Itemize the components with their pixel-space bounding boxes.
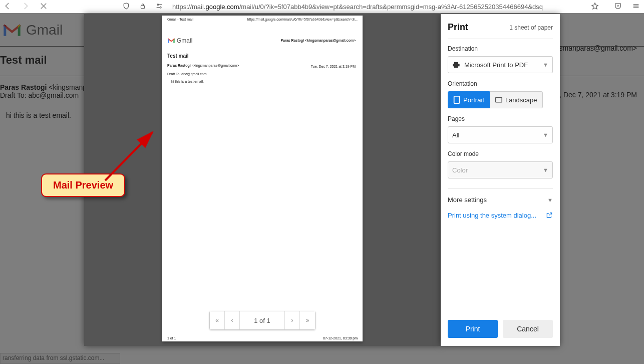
orientation-label: Orientation: [448, 80, 553, 87]
preview-footer-left: 1 of 1: [167, 336, 176, 340]
external-link-icon: [546, 212, 553, 219]
destination-label: Destination: [448, 45, 553, 52]
chevron-down-icon: ▼: [543, 167, 548, 173]
page-navigator: « ‹ 1 of 1 › »: [209, 311, 315, 330]
settings-toggle-icon[interactable]: [155, 2, 163, 12]
system-dialog-link[interactable]: Print using the system dialog...: [448, 212, 553, 219]
svg-line-3: [105, 132, 152, 180]
orientation-toggle: Portrait Landscape: [448, 91, 553, 108]
portrait-button[interactable]: Portrait: [448, 91, 490, 108]
print-title: Print: [448, 22, 468, 33]
chevron-down-icon: ▼: [547, 197, 553, 203]
back-icon[interactable]: [3, 2, 12, 12]
preview-body: hi this is a test email.: [167, 80, 358, 83]
annotation-arrow: [100, 125, 160, 186]
preview-date: Tue, Dec 7, 2021 at 3:19 PM: [311, 65, 356, 68]
cancel-button[interactable]: Cancel: [503, 320, 553, 338]
chevron-down-icon: ▼: [543, 62, 548, 68]
pages-label: Pages: [448, 115, 553, 122]
lock-icon[interactable]: [139, 3, 146, 11]
preview-subject: Test mail: [167, 53, 358, 59]
svg-point-2: [160, 7, 161, 8]
color-mode-select: Color ▼: [448, 161, 553, 178]
svg-point-1: [157, 4, 159, 6]
preview-sender-header: Paras Rastogi <kingsmanparas@gmail.com>: [280, 39, 356, 42]
menu-icon[interactable]: [632, 2, 640, 12]
preview-header-left: Gmail - Test mail: [167, 18, 193, 21]
preview-draft-to: Draft To: abc@gmail.com: [167, 72, 358, 76]
print-button[interactable]: Print: [448, 320, 498, 338]
last-page-button[interactable]: »: [300, 311, 315, 329]
svg-rect-0: [141, 6, 145, 8]
sheet-count: 1 sheet of paper: [509, 24, 553, 31]
more-settings-toggle[interactable]: More settings ▼: [448, 196, 553, 204]
forward-icon[interactable]: [21, 2, 30, 12]
url-bar[interactable]: https://mail.google.com/mail/u/0/?ik=5f0…: [172, 3, 543, 11]
portrait-icon: [453, 96, 460, 104]
page-indicator: 1 of 1: [240, 311, 285, 329]
svg-rect-5: [496, 97, 502, 102]
stop-icon[interactable]: [39, 2, 48, 12]
landscape-button[interactable]: Landscape: [490, 91, 543, 108]
shield-icon[interactable]: [122, 2, 130, 12]
preview-footer-right: 07-12-2021, 03:30 pm: [323, 336, 358, 340]
printer-icon: [452, 61, 460, 69]
next-page-button[interactable]: ›: [285, 311, 300, 329]
pocket-icon[interactable]: [614, 2, 622, 12]
first-page-button[interactable]: «: [210, 311, 225, 329]
svg-rect-4: [454, 96, 460, 103]
preview-page: Gmail - Test mail https://mail.google.co…: [162, 16, 363, 341]
bookmark-icon[interactable]: [591, 2, 599, 12]
destination-select[interactable]: Microsoft Print to PDF ▼: [448, 56, 553, 73]
print-options-panel: Print 1 sheet of paper Destination Micro…: [441, 14, 560, 346]
pages-select[interactable]: All ▼: [448, 126, 553, 143]
browser-toolbar: https://mail.google.com/mail/u/0/?ik=5f0…: [0, 0, 644, 13]
prev-page-button[interactable]: ‹: [225, 311, 240, 329]
chevron-down-icon: ▼: [543, 132, 548, 138]
landscape-icon: [495, 96, 502, 104]
color-mode-label: Color mode: [448, 150, 553, 157]
preview-header-right: https://mail.google.com/mail/u/0/?ik=5f0…: [247, 18, 358, 21]
